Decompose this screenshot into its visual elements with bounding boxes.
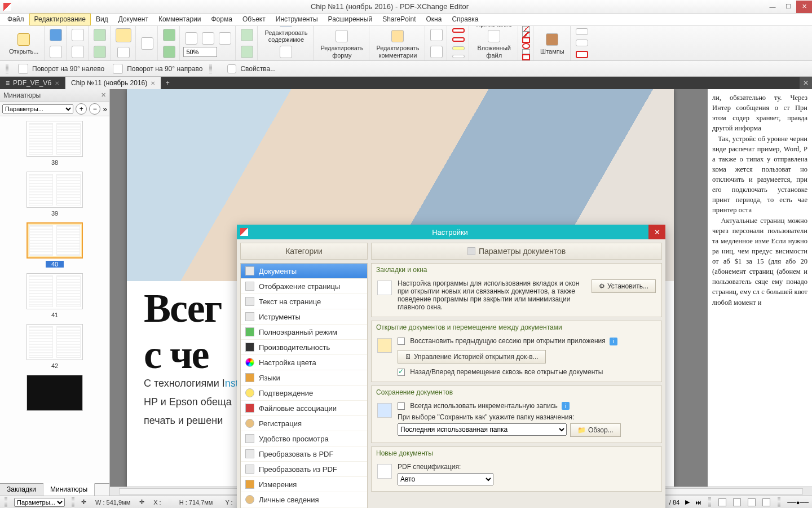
actual-size-icon[interactable] <box>185 32 197 45</box>
zoom-slider[interactable]: ──●── <box>787 499 809 506</box>
pdf-spec-select[interactable]: Авто <box>398 473 493 485</box>
category-item[interactable]: Регистрация <box>241 416 367 431</box>
arrow-shape-icon[interactable] <box>522 32 530 37</box>
close-tab-icon[interactable]: ✕ <box>151 80 155 86</box>
close-tab-icon[interactable]: ✕ <box>55 80 59 86</box>
page-thumbnail[interactable] <box>27 375 83 411</box>
pencil-icon[interactable] <box>576 40 588 46</box>
callout-icon[interactable] <box>452 37 465 42</box>
snapshot-icon[interactable] <box>117 47 130 58</box>
single-page-view-icon[interactable] <box>718 498 726 506</box>
category-item[interactable]: Удобство просмотра <box>241 431 367 446</box>
save-folder-select[interactable]: Последняя использованная папка <box>398 423 567 436</box>
incremental-save-checkbox[interactable] <box>398 402 405 410</box>
category-item-documents[interactable]: Документы <box>241 264 367 279</box>
more-thumbs-icon[interactable]: » <box>103 104 107 113</box>
doc-tab[interactable]: Chip №11 (ноябрь 2016)✕ <box>65 77 161 89</box>
close-all-tabs-button[interactable]: ✕ <box>800 77 812 89</box>
history-management-button[interactable]: 🗓 Управление Историей открытия док-в... <box>398 350 546 364</box>
maximize-button[interactable]: ☐ <box>780 1 796 13</box>
text-box-icon[interactable] <box>452 28 465 33</box>
rotate-icon[interactable] <box>163 46 175 58</box>
menu-view[interactable]: Вид <box>91 14 113 25</box>
info-icon[interactable]: i <box>562 402 570 410</box>
category-item[interactable]: Преобразовать в PDF <box>241 446 367 462</box>
typewriter-icon[interactable] <box>452 46 465 50</box>
ellipse-shape-icon[interactable] <box>522 43 530 49</box>
two-page-view-icon[interactable] <box>748 498 756 506</box>
category-item[interactable]: Подтверждение <box>241 386 367 401</box>
text-markup-icon[interactable] <box>452 55 465 58</box>
last-page-button[interactable]: ⏭ <box>695 499 701 506</box>
category-item[interactable]: Производительность <box>241 340 367 355</box>
menu-document[interactable]: Документ <box>113 14 153 25</box>
refresh-icon[interactable] <box>163 29 175 41</box>
zoom-input[interactable] <box>183 47 217 57</box>
polygon-shape-icon[interactable] <box>522 54 530 60</box>
edit-form-button[interactable]: Редактировать форму <box>317 28 367 58</box>
category-item[interactable]: Отображение страницы <box>241 279 367 294</box>
add-text-button[interactable]: Добавить текст <box>269 43 303 62</box>
zoom-in-icon[interactable] <box>241 46 253 58</box>
category-item[interactable]: Текст на странице <box>241 294 367 309</box>
line-shape-icon[interactable] <box>522 26 530 32</box>
page-thumbnail[interactable] <box>27 222 83 259</box>
menu-file[interactable]: Файл <box>2 14 29 25</box>
eraser-icon[interactable] <box>576 28 588 35</box>
back-forward-checkbox[interactable] <box>398 369 405 376</box>
status-options-select[interactable]: Параметры... <box>14 498 65 507</box>
hand-tool-icon[interactable] <box>116 28 131 42</box>
cloud-shape-icon[interactable] <box>576 51 588 58</box>
page-thumbnail[interactable] <box>27 121 83 157</box>
menu-form[interactable]: Форма <box>206 14 237 25</box>
edit-content-button[interactable]: Редактировать содержимое <box>261 26 311 43</box>
category-item[interactable]: Языки <box>241 370 367 386</box>
category-list[interactable]: Документы Отображение страницы Текст на … <box>240 263 368 508</box>
save-icon[interactable] <box>50 29 62 41</box>
page-thumbnail[interactable] <box>27 273 83 309</box>
page-thumbnail[interactable] <box>27 324 83 360</box>
menu-tools[interactable]: Инструменты <box>271 14 323 25</box>
thumbnail-options-select[interactable]: Параметры... <box>2 104 73 113</box>
continuous-view-icon[interactable] <box>733 498 741 506</box>
attached-file-button[interactable]: Вложенный файл <box>474 28 514 58</box>
category-item[interactable]: Файловые ассоциации <box>241 401 367 416</box>
new-tab-button[interactable]: + <box>161 77 174 89</box>
zoom-in-thumbs-button[interactable]: + <box>76 103 87 115</box>
menu-edit[interactable]: Редактирование <box>29 14 91 25</box>
polyline-shape-icon[interactable] <box>522 49 530 55</box>
dialog-close-button[interactable]: ✕ <box>648 225 665 239</box>
category-item[interactable]: Иструменты <box>241 309 367 325</box>
menu-sharepoint[interactable]: SharePoint <box>377 14 421 25</box>
select-comment-icon[interactable] <box>430 29 443 41</box>
category-item[interactable]: Личные сведения <box>241 492 367 507</box>
configure-button[interactable]: ⚙Установить... <box>592 279 656 293</box>
two-page-continuous-icon[interactable] <box>762 498 770 506</box>
category-item[interactable]: Преобразовать из PDF <box>241 462 367 477</box>
thumbnails-tab[interactable]: Миниатюры <box>43 483 95 496</box>
fit-width-icon[interactable] <box>219 32 231 45</box>
rect-shape-icon[interactable] <box>522 37 530 43</box>
menu-advanced[interactable]: Расширенный <box>323 14 378 25</box>
stamps-button[interactable]: Штампы <box>537 31 568 55</box>
browse-button[interactable]: 📁Обзор... <box>570 423 621 437</box>
zoom-out-icon[interactable] <box>241 29 253 41</box>
redo-icon[interactable] <box>94 46 106 58</box>
menu-help[interactable]: Справка <box>447 14 483 25</box>
category-item[interactable]: Настройка цвета <box>241 355 367 370</box>
edit-comments-button[interactable]: Редактировать комментарии <box>373 28 422 58</box>
fit-page-icon[interactable] <box>202 32 214 45</box>
menu-object[interactable]: Объект <box>237 14 271 25</box>
menu-comments[interactable]: Комментарии <box>153 14 206 25</box>
properties-button[interactable]: Свойства... <box>226 62 276 76</box>
doc-tab[interactable]: ≡PDF_VE_V6✕ <box>0 77 65 89</box>
email-icon[interactable] <box>72 29 84 41</box>
next-page-button[interactable]: ▶ <box>685 498 690 506</box>
restore-session-checkbox[interactable] <box>398 338 405 345</box>
category-item[interactable]: Измерения <box>241 477 367 492</box>
info-icon[interactable]: i <box>610 338 617 345</box>
category-item[interactable]: Полноэкранный режим <box>241 325 367 340</box>
undo-icon[interactable] <box>94 29 106 41</box>
menu-windows[interactable]: Окна <box>421 14 447 25</box>
close-button[interactable]: ✕ <box>796 1 812 13</box>
